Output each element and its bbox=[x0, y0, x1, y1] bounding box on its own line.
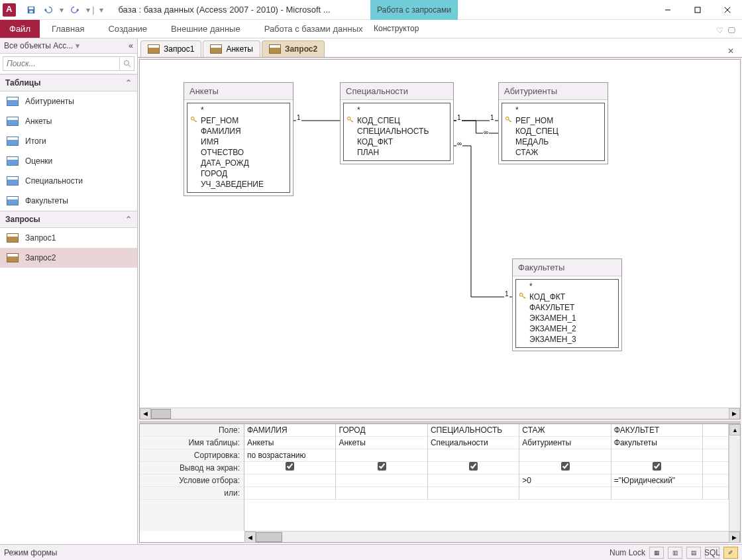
qbe-column-empty[interactable] bbox=[703, 424, 729, 500]
table-field[interactable]: СПЕЦИАЛЬНОСТЬ bbox=[346, 126, 447, 137]
ribbon-tab[interactable]: Работа с базами данных bbox=[256, 20, 371, 38]
scroll-up-button[interactable]: ▲ bbox=[729, 424, 740, 435]
qbe-columns[interactable]: ФАМИЛИЯ Анкеты по возрастанию ГОРОД Анке… bbox=[244, 424, 729, 500]
table-field[interactable]: СТАЖ bbox=[505, 147, 602, 158]
table-title[interactable]: Абитуриенты bbox=[499, 83, 608, 100]
qbe-field-cell[interactable]: ФАКУЛЬТЕТ bbox=[611, 424, 702, 437]
qbe-show-checkbox[interactable] bbox=[378, 462, 386, 471]
file-tab[interactable]: Файл bbox=[0, 20, 40, 38]
table-field[interactable]: ФАМИЛИЯ bbox=[190, 126, 287, 137]
table-field[interactable]: РЕГ_НОМ bbox=[505, 115, 602, 126]
qbe-table-cell[interactable]: Анкеты bbox=[336, 437, 427, 449]
close-button[interactable] bbox=[712, 1, 742, 19]
document-tab[interactable]: Запрос2 bbox=[262, 40, 325, 57]
nav-item-table[interactable]: Анкеты bbox=[0, 111, 137, 131]
scroll-left-button[interactable]: ◀ bbox=[140, 408, 151, 420]
qbe-scroll-left[interactable]: ◀ bbox=[244, 532, 256, 543]
qbe-criteria-cell[interactable]: ="Юридический" bbox=[611, 475, 702, 487]
view-datasheet-button[interactable]: ▦ bbox=[649, 547, 664, 559]
qbe-show-checkbox[interactable] bbox=[286, 462, 294, 471]
table-field[interactable]: * bbox=[346, 105, 447, 115]
table-field[interactable]: РЕГ_НОМ bbox=[190, 115, 287, 126]
nav-group-header[interactable]: Запросы⌃ bbox=[0, 211, 137, 228]
table-field[interactable]: * bbox=[505, 105, 602, 115]
table-field[interactable]: ФАКУЛЬТЕТ bbox=[519, 302, 615, 313]
document-tab[interactable]: Запрос1 bbox=[140, 40, 201, 57]
qbe-show-checkbox[interactable] bbox=[469, 462, 478, 471]
table-field[interactable]: КОД_ФКТ bbox=[346, 137, 447, 147]
qbe-sort-cell[interactable] bbox=[428, 449, 519, 462]
minimize-button[interactable] bbox=[653, 1, 682, 19]
view-design-button[interactable]: ✐ bbox=[723, 547, 738, 559]
table-field[interactable]: ПЛАН bbox=[346, 147, 447, 158]
scroll-track[interactable] bbox=[151, 408, 729, 420]
qbe-table-cell[interactable]: Анкеты bbox=[244, 437, 335, 449]
ribbon-help-icon[interactable]: ♡ bbox=[716, 26, 723, 35]
qbe-show-cell[interactable] bbox=[428, 462, 519, 475]
table-field[interactable]: ЭКЗАМЕН_1 bbox=[519, 313, 615, 323]
qbe-criteria-cell[interactable] bbox=[428, 475, 519, 487]
ribbon-collapse-icon[interactable]: 🖵 bbox=[727, 26, 735, 35]
ribbon-tab[interactable]: Главная bbox=[44, 20, 92, 38]
nav-collapse-button[interactable]: « bbox=[129, 41, 133, 50]
qat-customize[interactable]: ▾ bbox=[99, 5, 103, 15]
view-chart-button[interactable]: ▤ bbox=[686, 547, 701, 559]
table-box[interactable]: Абитуриенты*РЕГ_НОМКОД_СПЕЦМЕДАЛЬСТАЖ bbox=[498, 82, 608, 164]
table-field[interactable]: МЕДАЛЬ bbox=[505, 137, 602, 147]
qbe-or-cell[interactable] bbox=[519, 487, 610, 500]
table-field[interactable]: УЧ_ЗАВЕДЕНИЕ bbox=[190, 179, 287, 190]
ribbon-tab[interactable]: Создание bbox=[100, 20, 155, 38]
nav-header[interactable]: Все объекты Acc... ▾ « bbox=[0, 38, 137, 54]
table-field[interactable]: ИМЯ bbox=[190, 137, 287, 147]
ribbon-tab[interactable]: Внешние данные bbox=[163, 20, 248, 38]
canvas-h-scrollbar[interactable]: ◀ ▶ bbox=[140, 408, 740, 419]
nav-item-table[interactable]: Факультеты bbox=[0, 191, 137, 211]
table-field[interactable]: КОД_СПЕЦ bbox=[505, 126, 602, 137]
save-button[interactable] bbox=[24, 3, 38, 17]
nav-group-header[interactable]: Таблицы⌃ bbox=[0, 74, 137, 91]
scroll-thumb[interactable] bbox=[151, 409, 171, 419]
table-box[interactable]: Анкеты*РЕГ_НОМФАМИЛИЯИМЯОТЧЕСТВОДАТА_РОЖ… bbox=[184, 82, 293, 196]
view-pivot-button[interactable]: ▥ bbox=[668, 547, 682, 559]
nav-header-dropdown-icon[interactable]: ▾ bbox=[76, 41, 80, 50]
qbe-v-scrollbar[interactable]: ▲ bbox=[729, 424, 740, 531]
nav-search-input[interactable] bbox=[3, 56, 120, 71]
table-field[interactable]: ЭКЗАМЕН_3 bbox=[519, 334, 615, 345]
table-box[interactable]: Факультеты*КОД_ФКТФАКУЛЬТЕТЭКЗАМЕН_1ЭКЗА… bbox=[512, 258, 622, 351]
qbe-criteria-cell[interactable] bbox=[336, 475, 427, 487]
qbe-show-cell[interactable] bbox=[611, 462, 702, 475]
qbe-field-cell[interactable]: ГОРОД bbox=[336, 424, 427, 437]
table-field[interactable]: КОД_ФКТ bbox=[519, 292, 615, 302]
qbe-show-cell[interactable] bbox=[519, 462, 610, 475]
table-field[interactable]: * bbox=[190, 105, 287, 115]
nav-item-table[interactable]: Оценки bbox=[0, 151, 137, 171]
table-field[interactable]: ГОРОД bbox=[190, 168, 287, 179]
qbe-or-cell[interactable] bbox=[336, 487, 427, 500]
qbe-field-cell[interactable]: СПЕЦИАЛЬНОСТЬ bbox=[428, 424, 519, 437]
qbe-column[interactable]: СПЕЦИАЛЬНОСТЬ Специальности bbox=[428, 424, 519, 500]
qbe-sort-cell[interactable] bbox=[336, 449, 427, 462]
qbe-show-cell[interactable] bbox=[336, 462, 427, 475]
scroll-right-button[interactable]: ▶ bbox=[729, 408, 740, 420]
nav-item-query[interactable]: Запрос2 bbox=[0, 248, 137, 268]
nav-item-query[interactable]: Запрос1 bbox=[0, 228, 137, 248]
qbe-sort-cell[interactable] bbox=[519, 449, 610, 462]
qbe-column[interactable]: ФАКУЛЬТЕТ Факультеты ="Юридический" bbox=[611, 424, 703, 500]
qbe-h-scrollbar[interactable]: ◀ ▶ bbox=[244, 531, 740, 542]
table-title[interactable]: Факультеты bbox=[513, 259, 621, 276]
qbe-scroll-right[interactable]: ▶ bbox=[729, 532, 740, 543]
table-field[interactable]: ДАТА_РОЖД bbox=[190, 158, 287, 168]
qbe-show-checkbox[interactable] bbox=[561, 462, 570, 471]
table-title[interactable]: Анкеты bbox=[184, 83, 293, 100]
search-icon[interactable] bbox=[120, 56, 134, 71]
qbe-scroll-thumb[interactable] bbox=[256, 532, 282, 542]
view-sql-button[interactable]: SQL bbox=[705, 547, 719, 559]
qbe-criteria-cell[interactable] bbox=[244, 475, 335, 487]
qbe-sort-cell[interactable] bbox=[611, 449, 702, 462]
qbe-show-cell[interactable] bbox=[244, 462, 335, 475]
qbe-column[interactable]: ФАМИЛИЯ Анкеты по возрастанию bbox=[244, 424, 336, 500]
qbe-table-cell[interactable]: Специальности bbox=[428, 437, 519, 449]
table-field[interactable]: ОТЧЕСТВО bbox=[190, 147, 287, 158]
qbe-column[interactable]: ГОРОД Анкеты bbox=[336, 424, 427, 500]
qbe-or-cell[interactable] bbox=[611, 487, 702, 500]
